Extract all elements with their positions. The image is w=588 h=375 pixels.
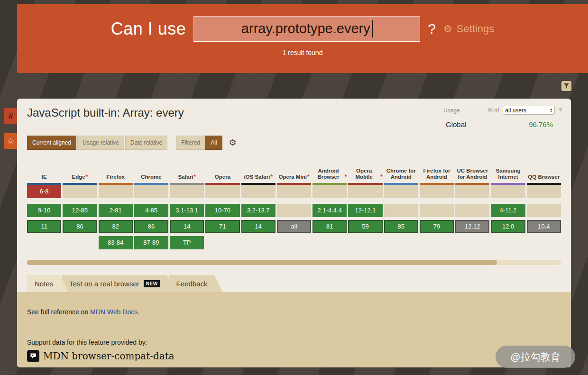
support-cell[interactable]: 71 <box>205 220 239 233</box>
browser-name: Edge* <box>63 155 97 183</box>
support-cell[interactable]: 4-11.2 <box>491 204 525 217</box>
new-badge: NEW <box>144 280 160 287</box>
note-asterisk: * <box>270 174 273 180</box>
support-cell[interactable]: 4-85 <box>134 204 168 217</box>
support-cell <box>205 185 239 198</box>
support-cell[interactable]: 12-12.1 <box>348 204 382 217</box>
settings-label: Settings <box>457 23 495 35</box>
feature-title: JavaScript built-in: Array: every <box>27 106 184 119</box>
tab-date-relative[interactable]: Date relative <box>125 136 167 150</box>
support-cell[interactable]: 86 <box>134 220 168 233</box>
support-cell <box>455 204 489 217</box>
browser-column: Android Browser*2.1-4.4.481 <box>312 155 347 249</box>
support-cell <box>277 204 311 217</box>
support-cell[interactable]: 59 <box>348 220 382 233</box>
tab-usage-relative[interactable]: Usage relative <box>77 136 124 150</box>
browser-name: iOS Safari* <box>241 155 276 183</box>
browser-name: Opera Mobile* <box>348 155 382 183</box>
watermark-badge: @拉勾教育 <box>496 346 575 368</box>
notes-divider <box>17 332 571 332</box>
search-value: array.prototype.every <box>241 21 370 37</box>
browser-column: Chrome for Android85 <box>384 155 418 249</box>
tab-feedback-label: Feedback <box>176 280 208 288</box>
reference-line: See full reference on MDN Web Docs. <box>27 308 139 316</box>
browser-name: Safari* <box>170 155 204 183</box>
usage-select[interactable]: all users ▲▼ <box>503 106 555 115</box>
tab-filtered[interactable]: Filtered <box>176 136 205 150</box>
support-cell[interactable]: 12.12 <box>455 220 489 233</box>
browser-name: Opera <box>205 155 239 183</box>
tab-current-aligned[interactable]: Current aligned <box>27 136 76 150</box>
support-cell[interactable]: 81 <box>312 220 347 233</box>
compat-table: IE6-89-1011Edge*12-8586Firefox2-818283-8… <box>27 155 561 249</box>
support-cell[interactable]: 12-85 <box>63 204 97 217</box>
support-cell[interactable]: 2-81 <box>99 204 133 217</box>
support-cell[interactable]: 2.1-4.4.4 <box>312 204 347 217</box>
usage-label: Usage <box>443 107 460 114</box>
support-cell[interactable]: 87-89 <box>134 236 168 249</box>
star-icon: ☆ <box>7 136 14 146</box>
note-asterisk: * <box>193 174 196 180</box>
support-cell[interactable]: 79 <box>420 220 454 233</box>
table-settings-gear-icon[interactable]: ⚙ <box>229 137 237 148</box>
support-cell <box>491 185 525 198</box>
support-cell <box>170 185 204 198</box>
browser-name: Opera Mini* <box>277 155 311 183</box>
tab-test-browser[interactable]: Test on a real browser NEW <box>62 275 175 292</box>
search-help[interactable]: ? <box>428 21 436 37</box>
filter-icon <box>563 83 570 89</box>
global-label: Global <box>446 120 466 128</box>
support-cell <box>99 185 133 198</box>
browser-column: iOS Safari*3.2-13.714 <box>241 155 276 249</box>
browser-name: Firefox <box>99 155 133 183</box>
browser-column: Opera10-7071 <box>205 155 239 249</box>
browser-column: Samsung Internet4-11.212.0 <box>491 155 525 249</box>
support-cell <box>134 185 168 198</box>
scrollbar-thumb[interactable] <box>27 260 497 265</box>
support-cell[interactable]: 9-10 <box>27 204 61 217</box>
browser-column: Opera Mini*all <box>277 155 311 249</box>
mdn-web-docs-link[interactable]: MDN Web Docs <box>90 308 138 316</box>
support-cell[interactable]: 12.0 <box>491 220 525 233</box>
tab-test-label: Test on a real browser <box>69 280 139 288</box>
browser-name: UC Browser for Android <box>455 155 489 183</box>
browser-column: Firefox for Android79 <box>420 155 454 249</box>
support-cell[interactable]: 83-84 <box>99 236 133 249</box>
global-usage: Global 96.76% <box>446 120 553 128</box>
tab-feedback[interactable]: Feedback <box>169 275 223 292</box>
support-cell[interactable]: 10.4 <box>527 220 561 233</box>
filter-button[interactable] <box>561 81 571 91</box>
support-cell <box>241 185 276 198</box>
support-cell <box>277 185 311 198</box>
support-cell[interactable]: 6-8 <box>27 185 61 198</box>
percent-of-label: % of <box>487 107 499 114</box>
support-cell[interactable]: all <box>277 220 311 233</box>
support-cell[interactable]: 85 <box>384 220 418 233</box>
support-cell <box>420 185 454 198</box>
support-cell[interactable]: 14 <box>170 220 204 233</box>
support-cell[interactable]: 14 <box>241 220 276 233</box>
settings-button[interactable]: ⚙ Settings <box>443 23 494 35</box>
support-cell <box>348 185 382 198</box>
support-cell[interactable]: 10-70 <box>205 204 239 217</box>
reference-suffix: . <box>138 308 139 316</box>
favorite-button[interactable]: ☆ <box>4 133 18 149</box>
permalink-button[interactable]: # <box>4 108 18 124</box>
feature-panel: JavaScript built-in: Array: every Usage … <box>17 99 571 367</box>
support-cell[interactable]: TP <box>170 236 204 249</box>
horizontal-scrollbar[interactable] <box>27 260 561 265</box>
note-asterisk: * <box>345 174 347 180</box>
tab-notes-label: Notes <box>35 280 53 288</box>
browser-column: QQ Browser10.4 <box>527 155 561 249</box>
usage-help[interactable]: ? <box>559 107 562 114</box>
support-cell[interactable]: 11 <box>27 220 61 233</box>
support-cell[interactable]: 86 <box>63 220 97 233</box>
search-input[interactable]: array.prototype.every <box>193 16 420 42</box>
support-cell[interactable]: 82 <box>99 220 133 233</box>
mdn-logo-icon <box>27 350 39 362</box>
support-cell[interactable]: 3.2-13.7 <box>241 204 276 217</box>
support-cell <box>527 185 561 198</box>
mdn-attribution: MDN browser-compat-data <box>27 350 175 362</box>
support-cell[interactable]: 3.1-13.1 <box>170 204 204 217</box>
tab-filter-all[interactable]: All <box>205 136 222 150</box>
